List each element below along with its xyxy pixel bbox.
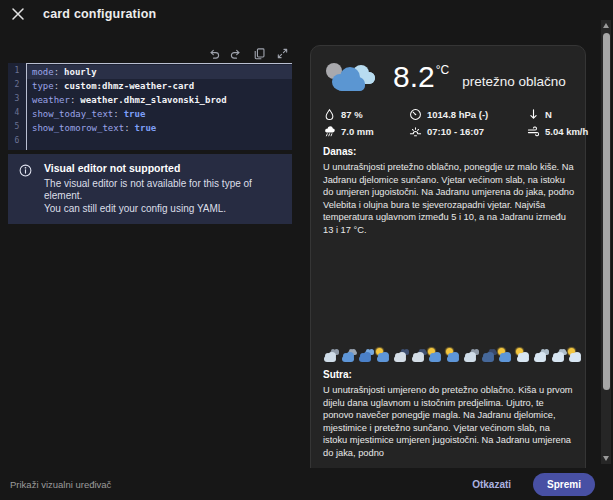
dialog-header: card configuration — [0, 0, 613, 28]
undo-icon[interactable] — [206, 47, 220, 61]
dialog-footer: Prikaži vizualni uređivač Otkazati Sprem… — [0, 468, 613, 500]
visual-editor-notice: Visual editor not supported The visual e… — [8, 154, 292, 224]
cloudy-dark-icon — [393, 347, 409, 363]
weather-card-preview: 8.2 °C pretežno oblačno 87 % 1014.8 hPa … — [310, 45, 586, 468]
cloudy-light-icon — [551, 347, 567, 363]
scroll-down-arrow[interactable] — [603, 456, 609, 461]
today-label: Danas: — [323, 146, 575, 157]
cloudy-dark-icon — [411, 347, 427, 363]
hourly-icons — [323, 346, 575, 363]
weather-stats: 87 % 1014.8 hPa (-) N 7.0 mm 07:10 - 16:… — [323, 108, 575, 138]
cloudy-dark-blue-icon — [481, 347, 497, 363]
notice-title: Visual editor not supported — [44, 162, 282, 175]
tomorrow-forecast-text: U unutrašnjosti umjereno do pretežno obl… — [323, 384, 575, 459]
temperature-unit: °C — [436, 63, 449, 77]
editor-toolbar — [8, 46, 292, 61]
wind-icon — [527, 125, 540, 138]
scrollbar-track[interactable] — [601, 20, 611, 464]
arrow-down-icon — [527, 108, 540, 121]
partly-cloudy-light-icon — [516, 347, 532, 363]
precipitation-stat: 7.0 mm — [323, 125, 409, 138]
humidity-stat: 87 % — [323, 108, 409, 121]
code-line: mode:hourly — [27, 65, 292, 79]
tomorrow-label: Sutra: — [323, 369, 575, 380]
partly-cloudy-icon — [428, 347, 444, 363]
notice-line: You can still edit your config using YAM… — [44, 203, 282, 216]
page-title: card configuration — [43, 7, 156, 21]
code-line: show_today_text:true — [27, 107, 292, 121]
partly-cloudy-icon — [323, 58, 379, 96]
partly-cloudy-icon — [446, 347, 462, 363]
partly-cloudy-light-icon — [568, 347, 584, 363]
humidity-icon — [326, 110, 333, 120]
sunset-icon — [409, 125, 422, 138]
partly-cloudy-icon — [498, 347, 514, 363]
gauge-icon — [409, 108, 422, 121]
scroll-up-arrow[interactable] — [603, 23, 609, 28]
cloudy-icon — [463, 347, 479, 363]
code-line: show_tomorow_text:true — [27, 121, 292, 135]
today-forecast-text: U unutrašnjosti pretežno oblačno, ponegd… — [323, 161, 575, 236]
yaml-editor[interactable]: 1 2 3 4 5 6 mode:hourly type:custom:dhmz… — [8, 63, 292, 150]
partly-cloudy-icon — [376, 347, 392, 363]
card-spacer — [321, 236, 575, 344]
cloudy-icon — [323, 347, 339, 363]
code-line: weather:weather.dhmz_slavonski_brod — [27, 93, 292, 107]
sun-times-stat: 07:10 - 16:07 — [409, 125, 527, 138]
scrollbar-thumb[interactable] — [603, 33, 610, 390]
fullscreen-icon[interactable] — [275, 47, 289, 61]
redo-icon[interactable] — [229, 47, 243, 61]
show-visual-editor-button[interactable]: Prikaži vizualni uređivač — [10, 479, 111, 490]
rain-showers-icon — [358, 347, 374, 363]
wind-speed-stat: 5.04 km/h — [527, 125, 588, 138]
code-line: type:custom:dhmz-weather-card — [27, 79, 292, 93]
cloudy-light-icon — [533, 347, 549, 363]
code-lines: mode:hourly type:custom:dhmz-weather-car… — [27, 63, 292, 150]
condition-text: pretežno oblačno — [462, 66, 566, 89]
close-icon[interactable] — [10, 6, 26, 22]
current-conditions: 8.2 °C pretežno oblačno — [323, 58, 575, 96]
cloudy-blue-icon — [341, 347, 357, 363]
yaml-editor-panel: 1 2 3 4 5 6 mode:hourly type:custom:dhmz… — [8, 46, 292, 224]
line-numbers: 1 2 3 4 5 6 — [8, 63, 27, 150]
pressure-stat: 1014.8 hPa (-) — [409, 108, 527, 121]
code-line — [27, 135, 292, 149]
copy-icon[interactable] — [252, 47, 266, 61]
dialog-content: 1 2 3 4 5 6 mode:hourly type:custom:dhmz… — [0, 28, 613, 468]
rain-icon — [323, 125, 336, 138]
info-icon — [19, 164, 32, 177]
temperature: 8.2 °C — [393, 60, 449, 94]
notice-line: The visual editor is not available for t… — [44, 178, 282, 203]
save-button[interactable]: Spremi — [533, 473, 595, 496]
wind-bearing-stat: N — [527, 108, 588, 121]
cancel-button[interactable]: Otkazati — [466, 475, 517, 494]
temperature-value: 8.2 — [393, 60, 435, 94]
